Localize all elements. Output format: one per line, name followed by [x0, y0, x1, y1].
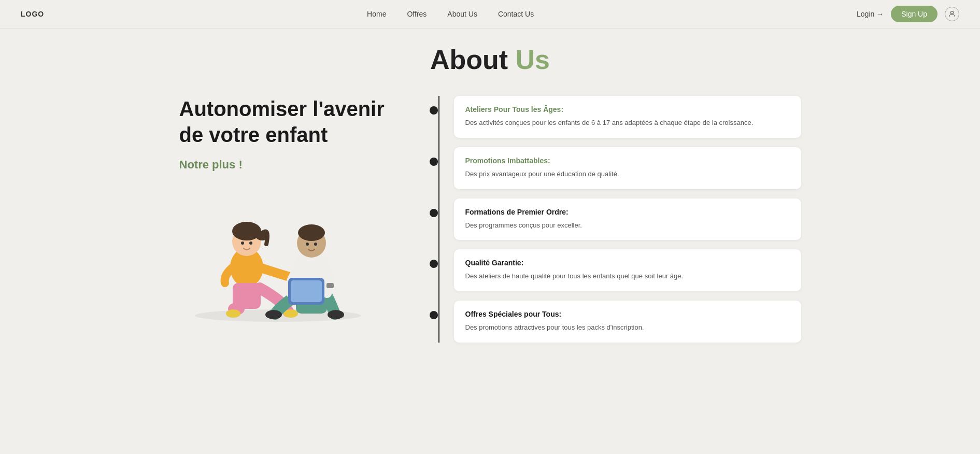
- title-green: Us: [516, 45, 550, 75]
- svg-point-7: [249, 242, 252, 245]
- main-section: Autonomiser l'avenir de votre enfant Not…: [179, 96, 801, 343]
- nav-about[interactable]: About Us: [447, 10, 477, 18]
- svg-point-16: [314, 243, 317, 246]
- timeline-item-formations: Formations de Premier Ordre: Des program…: [454, 198, 801, 240]
- card-title-promotions: Promotions Imbattables:: [465, 157, 790, 165]
- timeline-dot-5: [430, 311, 438, 319]
- svg-point-15: [306, 243, 309, 246]
- svg-point-10: [226, 309, 240, 318]
- card-title-formations: Formations de Premier Ordre:: [465, 208, 790, 216]
- page-title: About Us: [21, 44, 959, 75]
- svg-point-19: [328, 310, 344, 319]
- nav-offres[interactable]: Offres: [407, 10, 427, 18]
- login-link[interactable]: Login →: [857, 10, 884, 18]
- user-icon[interactable]: [945, 7, 959, 21]
- svg-point-0: [950, 11, 953, 14]
- svg-point-6: [241, 242, 244, 245]
- timeline-item-ateliers: Ateliers Pour Tous les Âges: Des activit…: [454, 96, 801, 138]
- timeline-card-promotions: Promotions Imbattables: Des prix avantag…: [454, 147, 801, 189]
- card-text-qualite: Des ateliers de haute qualité pour tous …: [465, 271, 790, 282]
- timeline-card-ateliers: Ateliers Pour Tous les Âges: Des activit…: [454, 96, 801, 138]
- signup-button[interactable]: Sign Up: [891, 6, 938, 22]
- timeline-card-qualite: Qualité Garantie: Des ateliers de haute …: [454, 249, 801, 291]
- svg-point-14: [298, 224, 325, 241]
- navbar: LOGO Home Offres About Us Contact Us Log…: [0, 0, 980, 29]
- nav-links: Home Offres About Us Contact Us: [367, 9, 534, 19]
- timeline-dot-4: [430, 260, 438, 268]
- timeline-card-offres: Offres Spéciales pour Tous: Des promotio…: [454, 301, 801, 343]
- timeline-item-qualite: Qualité Garantie: Des ateliers de haute …: [454, 249, 801, 291]
- card-title-qualite: Qualité Garantie:: [465, 259, 790, 267]
- character-illustration: [179, 187, 376, 322]
- about-title-section: About Us: [21, 44, 959, 75]
- timeline-dot-3: [430, 209, 438, 217]
- card-text-ateliers: Des activités conçues pour les enfants d…: [465, 118, 790, 129]
- card-text-offres: Des promotions attractives pour tous les…: [465, 322, 790, 333]
- svg-point-18: [265, 310, 282, 319]
- svg-rect-22: [326, 283, 334, 288]
- timeline-items: Ateliers Pour Tous les Âges: Des activit…: [454, 96, 801, 343]
- timeline-item-promotions: Promotions Imbattables: Des prix avantag…: [454, 147, 801, 189]
- page-content: About Us Autonomiser l'avenir de votre e…: [0, 29, 980, 363]
- main-heading: Autonomiser l'avenir de votre enfant: [179, 96, 407, 148]
- svg-rect-21: [291, 280, 322, 302]
- left-side: Autonomiser l'avenir de votre enfant Not…: [179, 96, 428, 322]
- sub-heading: Notre plus !: [179, 158, 407, 172]
- card-text-promotions: Des prix avantageux pour une éducation d…: [465, 169, 790, 180]
- logo: LOGO: [21, 10, 44, 18]
- illustration-container: [179, 187, 376, 322]
- timeline-dot-2: [430, 158, 438, 166]
- timeline-line: [438, 96, 439, 343]
- timeline-card-formations: Formations de Premier Ordre: Des program…: [454, 198, 801, 240]
- title-black: About: [430, 45, 516, 75]
- card-text-formations: Des programmes conçus pour exceller.: [465, 220, 790, 231]
- timeline-item-offres: Offres Spéciales pour Tous: Des promotio…: [454, 301, 801, 343]
- nav-home[interactable]: Home: [367, 10, 386, 18]
- card-title-offres: Offres Spéciales pour Tous:: [465, 310, 790, 318]
- navbar-actions: Login → Sign Up: [857, 6, 959, 22]
- timeline-dot-1: [430, 106, 438, 115]
- card-title-ateliers: Ateliers Pour Tous les Âges:: [465, 105, 790, 114]
- nav-contact[interactable]: Contact Us: [498, 10, 534, 18]
- timeline-section: Ateliers Pour Tous les Âges: Des activit…: [428, 96, 801, 343]
